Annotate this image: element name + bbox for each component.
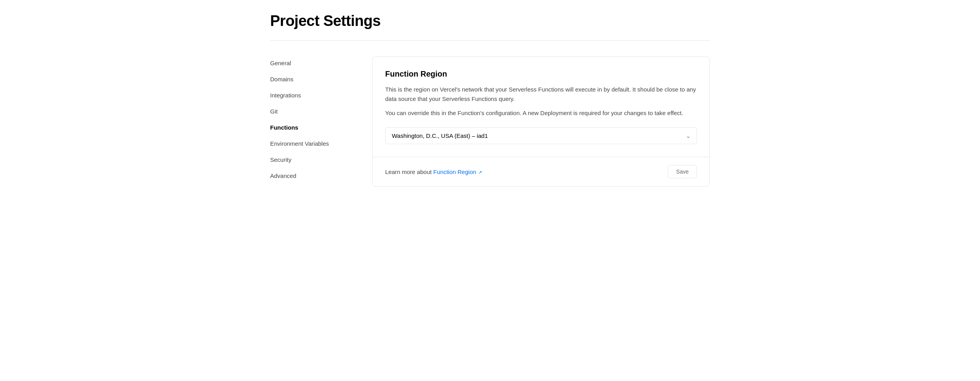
sidebar-item-security[interactable]: Security (270, 153, 349, 166)
external-link-icon: ↗ (477, 170, 482, 175)
sidebar-item-functions[interactable]: Functions (270, 121, 349, 134)
content-area: General Domains Integrations Git Functio… (270, 41, 710, 187)
learn-more-text: Learn more about Function Region ↗ (385, 169, 482, 175)
card-title: Function Region (385, 70, 697, 79)
sidebar-item-advanced[interactable]: Advanced (270, 169, 349, 182)
region-select[interactable]: Washington, D.C., USA (East) – iad1 (385, 127, 697, 144)
save-button[interactable]: Save (668, 165, 697, 178)
main-content: Function Region This is the region on Ve… (372, 57, 710, 187)
card-body: Function Region This is the region on Ve… (373, 57, 709, 157)
function-region-link[interactable]: Function Region ↗ (433, 169, 483, 175)
page-title: Project Settings (270, 13, 710, 29)
sidebar: General Domains Integrations Git Functio… (270, 57, 349, 187)
sidebar-item-git[interactable]: Git (270, 105, 349, 118)
region-select-wrapper: Washington, D.C., USA (East) – iad1 ⌄ (385, 127, 697, 144)
sidebar-item-environment-variables[interactable]: Environment Variables (270, 137, 349, 150)
function-region-link-label: Function Region (433, 169, 476, 175)
page-header: Project Settings (270, 0, 710, 41)
card-footer: Learn more about Function Region ↗ Save (373, 157, 709, 186)
sidebar-item-general[interactable]: General (270, 57, 349, 70)
sidebar-item-domains[interactable]: Domains (270, 73, 349, 86)
function-region-card: Function Region This is the region on Ve… (372, 57, 710, 187)
sidebar-item-integrations[interactable]: Integrations (270, 89, 349, 102)
page-wrapper: Project Settings General Domains Integra… (254, 0, 726, 187)
learn-more-prefix: Learn more about (385, 169, 433, 175)
card-description-1: This is the region on Vercel's network t… (385, 85, 697, 104)
card-description-2: You can override this in the Function's … (385, 108, 697, 118)
